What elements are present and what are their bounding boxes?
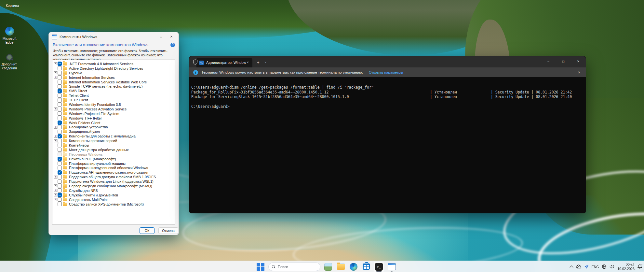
feature-row[interactable]: Мост для центра обработки данных (52, 148, 175, 152)
feature-row[interactable]: ✓ Поддержка API удаленного разностного с… (52, 170, 175, 175)
feature-checkbox[interactable]: ✓ (58, 157, 62, 161)
feature-checkbox[interactable] (58, 175, 62, 179)
feature-checkbox[interactable] (58, 161, 62, 165)
expand-toggle-icon[interactable]: + (54, 198, 57, 201)
feature-checkbox[interactable] (58, 197, 62, 202)
feature-checkbox[interactable] (58, 111, 62, 116)
tray-chevron-up-icon[interactable] (570, 265, 573, 268)
open-settings-link[interactable]: Открыть параметры (369, 70, 403, 74)
feature-row[interactable]: + Службы печати и документов (52, 193, 175, 197)
feature-row[interactable]: Платформа виртуальной машины (52, 161, 175, 166)
expand-toggle-icon[interactable]: + (54, 189, 57, 192)
feature-row[interactable]: Internet Information Services Hostable W… (52, 80, 175, 84)
expand-toggle-icon[interactable]: + (54, 62, 57, 65)
feature-checkbox[interactable] (58, 125, 62, 129)
desktop-icon-additional-info[interactable]: Дополнит. сведения (0, 53, 22, 70)
feature-checkbox[interactable] (58, 62, 62, 66)
feature-checkbox[interactable] (58, 98, 62, 102)
feature-checkbox[interactable] (58, 184, 62, 188)
expand-toggle-icon[interactable]: + (54, 135, 57, 138)
feature-row[interactable]: Подсистема Windows для Linux (поддержка … (52, 179, 175, 184)
taskbar-item-windows-features[interactable] (387, 262, 396, 272)
expand-toggle-icon[interactable]: + (54, 139, 57, 142)
feature-row[interactable]: + Сервер очереди сообщений Майкрософт (M… (52, 184, 175, 188)
taskbar-item-terminal[interactable]: >_ (374, 262, 384, 272)
feature-checkbox[interactable] (58, 188, 62, 193)
feature-checkbox[interactable] (58, 193, 62, 197)
terminal-output[interactable]: C:\Users\adguard>dism /online /get-packa… (191, 85, 584, 109)
expand-toggle-icon[interactable]: + (54, 184, 57, 187)
feature-row[interactable]: Платформа низкоуровневой оболочки Window… (52, 165, 175, 170)
feature-checkbox[interactable]: ✓ (58, 170, 62, 175)
close-icon[interactable]: ✕ (571, 56, 586, 67)
feature-row[interactable]: Средство записи XPS-документов (Microsof… (52, 202, 175, 207)
notification-bell-icon[interactable]: z (637, 264, 642, 269)
taskbar-item-store[interactable] (361, 262, 371, 272)
feature-row[interactable]: Windows Projected File System (52, 111, 175, 116)
feature-checkbox[interactable] (58, 148, 62, 152)
tab-dropdown-icon[interactable]: ˅ (265, 58, 266, 67)
location-arrow-icon[interactable] (584, 265, 589, 269)
start-button[interactable] (256, 262, 265, 272)
expand-toggle-icon[interactable]: + (54, 126, 57, 129)
tab-close-icon[interactable]: ✕ (247, 61, 249, 64)
onedrive-cloud-icon[interactable] (576, 265, 582, 269)
taskbar-search[interactable]: Поиск (268, 263, 320, 271)
feature-row[interactable]: Active Directory Lightweight Directory S… (52, 66, 175, 71)
feature-checkbox[interactable]: ✓ (58, 134, 62, 138)
feature-checkbox[interactable] (58, 202, 62, 206)
maximize-icon[interactable]: □ (556, 56, 571, 67)
expand-toggle-icon[interactable]: + (54, 176, 57, 179)
maximize-icon[interactable]: □ (156, 32, 166, 41)
minimize-icon[interactable]: – (541, 56, 556, 67)
feature-checkbox[interactable] (58, 107, 62, 111)
feature-checkbox[interactable] (58, 71, 62, 75)
feature-row[interactable]: ✓ Work Folders Client (52, 121, 175, 125)
feature-checkbox[interactable] (58, 93, 62, 98)
feature-checkbox[interactable] (58, 166, 62, 170)
terminal-tabbar[interactable]: >_ Администратор: Windows Po ✕ + ˅ (189, 56, 586, 67)
cancel-button[interactable]: Отмена (158, 227, 178, 234)
tray-clock[interactable]: 22:41 10.02.2026 (617, 263, 635, 271)
feature-checkbox[interactable] (58, 139, 62, 143)
feature-checkbox[interactable] (58, 80, 62, 84)
feature-checkbox[interactable] (58, 84, 62, 89)
feature-row[interactable]: + Соединитель MultiPoint (52, 197, 175, 202)
feature-checkbox[interactable] (58, 152, 62, 156)
expand-toggle-icon[interactable]: + (54, 71, 57, 74)
feature-row[interactable]: + ✓ Компоненты для работы с мультимедиа (52, 134, 175, 138)
taskbar-item-edge[interactable] (349, 262, 358, 272)
feature-row[interactable]: + Windows Process Activation Service (52, 107, 175, 111)
feature-checkbox[interactable]: ✓ (58, 89, 62, 93)
feature-row[interactable]: Telnet Client (52, 93, 175, 98)
feature-row[interactable]: + Службы для NFS (52, 188, 175, 193)
feature-checkbox[interactable] (58, 75, 62, 79)
feature-row[interactable]: + Компоненты прежних версий (52, 138, 175, 143)
desktop-icon-recycle-bin[interactable]: Корзина (0, 3, 25, 8)
expand-toggle-icon[interactable]: + (54, 193, 57, 196)
feature-checkbox[interactable] (58, 130, 62, 134)
feature-row[interactable]: + Internet Information Services (52, 75, 175, 80)
network-globe-icon[interactable] (602, 264, 607, 269)
feature-checkbox[interactable] (58, 102, 62, 107)
feature-row[interactable]: Windows TIFF IFilter (52, 116, 175, 121)
close-icon[interactable]: ✕ (166, 32, 177, 41)
feature-row[interactable]: + Поддержка общего доступа к файлам SMB … (52, 175, 175, 179)
help-icon[interactable]: ? (170, 43, 175, 47)
feature-row[interactable]: ✓ SMB Direct (52, 89, 175, 93)
feature-row[interactable]: Защищенный узел (52, 129, 175, 134)
terminal-tab[interactable]: >_ Администратор: Windows Po ✕ (196, 58, 252, 67)
new-tab-icon[interactable]: + (257, 58, 260, 67)
language-indicator[interactable]: ENG (592, 265, 599, 269)
feature-checkbox[interactable] (58, 179, 62, 184)
ok-button[interactable]: ОК (140, 227, 154, 234)
feature-checkbox[interactable] (58, 116, 62, 120)
feature-row[interactable]: Simple TCPIP services (i.e. echo, daytim… (52, 84, 175, 89)
feature-checkbox[interactable] (58, 143, 62, 147)
taskbar-item-file-explorer[interactable] (336, 262, 346, 272)
feature-row[interactable]: Песочница Windows (52, 152, 175, 157)
desktop-icon-microsoft-edge[interactable]: Microsoft Edge (0, 27, 22, 44)
expand-toggle-icon[interactable]: + (54, 107, 57, 110)
feature-row[interactable]: + Hyper-V (52, 71, 175, 75)
feature-row[interactable]: ✓ Печать в PDF (Майкрософт) (52, 157, 175, 161)
